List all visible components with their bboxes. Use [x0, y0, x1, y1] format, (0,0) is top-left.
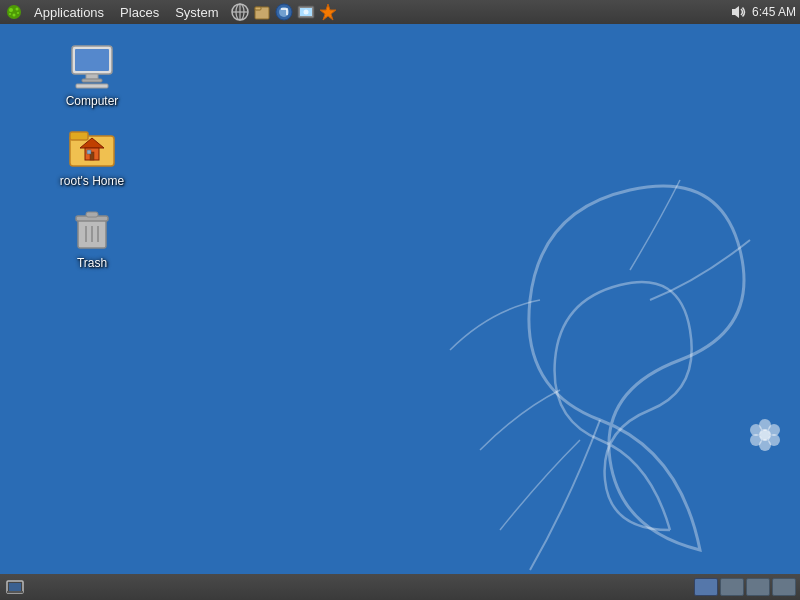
svg-rect-57 [255, 7, 261, 10]
svg-rect-69 [76, 84, 108, 88]
screenshot-icon[interactable] [296, 2, 316, 22]
browser-icon[interactable] [274, 2, 294, 22]
system-menu[interactable]: System [167, 3, 226, 22]
workspace-4[interactable] [772, 578, 796, 596]
applications-menu[interactable]: Applications [26, 3, 112, 22]
computer-icon-image [68, 42, 116, 90]
taskbar [0, 574, 800, 600]
trash-icon[interactable]: Trash [52, 200, 132, 274]
svg-rect-78 [86, 212, 98, 217]
menubar-left: Applications Places System [4, 2, 730, 22]
svg-point-35 [759, 439, 771, 451]
workspace-switcher [694, 578, 796, 596]
svg-rect-83 [9, 583, 21, 591]
svg-marker-63 [320, 4, 336, 20]
svg-rect-84 [7, 591, 23, 593]
svg-point-33 [768, 424, 780, 436]
svg-point-50 [9, 13, 11, 15]
svg-point-36 [750, 434, 762, 446]
svg-rect-68 [82, 79, 102, 82]
computer-icon-label: Computer [66, 94, 119, 108]
menubar-toolbar-icons [230, 2, 338, 22]
roots-home-icon[interactable]: root's Home [52, 118, 132, 192]
trash-icon-image [68, 204, 116, 252]
workspace-3[interactable] [746, 578, 770, 596]
svg-point-32 [759, 419, 771, 431]
svg-rect-67 [86, 74, 98, 79]
clock[interactable]: 6:45 AM [752, 5, 796, 19]
places-menu[interactable]: Places [112, 3, 167, 22]
volume-icon[interactable] [730, 4, 746, 20]
svg-point-48 [16, 8, 19, 11]
svg-rect-66 [75, 49, 109, 71]
gnome-logo[interactable] [4, 2, 24, 22]
svg-point-46 [7, 5, 21, 19]
trash-icon-label: Trash [77, 256, 107, 270]
svg-rect-71 [70, 132, 88, 140]
package-icon[interactable] [318, 2, 338, 22]
svg-point-47 [9, 8, 13, 12]
files-icon[interactable] [252, 2, 272, 22]
svg-point-49 [13, 14, 16, 17]
workspace-1[interactable] [694, 578, 718, 596]
computer-icon[interactable]: Computer [52, 38, 132, 112]
svg-point-37 [750, 424, 762, 436]
menubar-right: 6:45 AM [730, 4, 796, 20]
taskbar-left [4, 576, 26, 598]
svg-point-62 [304, 10, 309, 15]
menubar: Applications Places System [0, 0, 800, 24]
svg-rect-75 [87, 150, 91, 154]
svg-point-31 [760, 430, 770, 440]
roots-home-icon-label: root's Home [60, 174, 124, 188]
svg-point-38 [759, 429, 771, 441]
desktop: Applications Places System [0, 0, 800, 600]
workspace-2[interactable] [720, 578, 744, 596]
svg-marker-64 [732, 6, 739, 18]
svg-point-51 [17, 12, 19, 14]
desktop-background-decoration [300, 100, 800, 600]
svg-point-34 [768, 434, 780, 446]
network-icon[interactable] [230, 2, 250, 22]
roots-home-icon-image [68, 122, 116, 170]
show-desktop-button[interactable] [4, 576, 26, 598]
